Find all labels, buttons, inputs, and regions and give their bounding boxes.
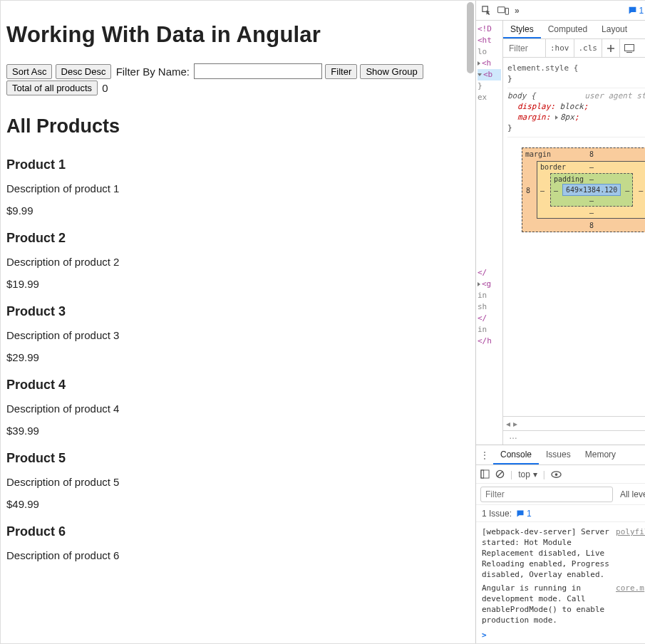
product-price: $19.99 (6, 278, 470, 290)
new-rule-icon[interactable] (602, 39, 620, 57)
app-page: Working With Data in Angular Sort Asc De… (1, 1, 475, 643)
tab-memory[interactable]: Memory (578, 445, 623, 464)
elements-tree-line[interactable]: <b (478, 69, 501, 80)
filter-input[interactable] (194, 63, 322, 79)
elements-tree[interactable]: ⋯ <!D<htlo<h<b}ex </<ginsh</in</h (476, 21, 503, 445)
product-price: $9.99 (6, 204, 470, 217)
breadcrumb-left-icon[interactable]: ◂ (506, 419, 510, 429)
bm-padding-right: – (625, 186, 629, 194)
page-title: Working With Data in Angular (6, 22, 470, 48)
device-toggle-icon[interactable] (497, 5, 509, 16)
elements-tree-line[interactable]: </ (478, 267, 501, 279)
product-name: Product 5 (6, 451, 470, 466)
styles-panel: Styles Computed Layout :hov .cls (503, 21, 645, 445)
bm-border-top: – (589, 163, 594, 171)
console-context-label: top (518, 469, 530, 479)
live-expression-icon[interactable] (551, 470, 562, 479)
breadcrumb-right-icon[interactable]: ▸ (513, 419, 517, 429)
user-agent-label: user agent style (584, 90, 645, 101)
product-name: Product 1 (6, 157, 470, 172)
log-levels-label: All levels (620, 489, 645, 499)
product-item: Product 1Description of product 1$9.99 (6, 157, 470, 217)
css-property[interactable]: display: block; (517, 101, 645, 112)
devtools-drawer: ⋮ Console Issues Memory | top ▾ | (476, 445, 645, 643)
page-scrollbar[interactable] (465, 1, 475, 643)
hov-toggle[interactable]: :hov (546, 39, 574, 57)
console-filter-row: All levels ▾ (476, 484, 645, 505)
console-source-link[interactable]: polyfills. (616, 526, 645, 580)
elements-tree-line[interactable]: <ht (478, 35, 501, 46)
product-item: Product 3Description of product 3$29.99 (6, 304, 470, 363)
console-toolbar: | top ▾ | (476, 465, 645, 484)
bm-padding-label: padding (554, 175, 584, 183)
box-model[interactable]: margin 8 8 8 8 border – – – – padding (503, 140, 645, 239)
tab-styles[interactable]: Styles (503, 21, 541, 38)
elements-tree-line[interactable]: <!D (478, 24, 501, 35)
tab-computed[interactable]: Computed (541, 21, 594, 38)
product-description: Description of product 2 (6, 256, 470, 268)
log-levels-selector[interactable]: All levels ▾ (620, 489, 645, 499)
tab-issues[interactable]: Issues (539, 445, 578, 464)
filter-button[interactable]: Filter (325, 64, 357, 79)
elements-tree-line[interactable]: in (478, 290, 501, 301)
section-title: All Products (6, 115, 470, 137)
toolbar-row-1: Sort Asc Desc Desc Filter By Name: Filte… (6, 63, 470, 79)
show-group-button[interactable]: Show Group (360, 64, 423, 79)
issues-label: 1 Issue: (482, 509, 512, 519)
styles-rules[interactable]: element.style { } body { user agent styl… (503, 58, 645, 140)
element-style-close: } (507, 73, 645, 84)
elements-tree-line[interactable]: <g (478, 279, 501, 290)
total-button[interactable]: Total of all products (6, 80, 98, 95)
product-price: $49.99 (6, 498, 470, 510)
console-entry[interactable]: [webpack-dev-server] Server started: Hot… (482, 525, 645, 581)
messages-count: 1 (639, 6, 644, 16)
breadcrumb-more[interactable]: … (503, 430, 645, 445)
styles-filter-input[interactable] (503, 39, 546, 57)
sort-desc-button[interactable]: Desc Desc (56, 64, 112, 79)
css-property[interactable]: margin: 8px; (517, 112, 645, 123)
product-item: Product 2Description of product 2$19.99 (6, 231, 470, 290)
svg-line-8 (497, 472, 502, 477)
console-entry[interactable]: Angular is running in development mode. … (482, 581, 645, 627)
elements-tree-line[interactable]: </h (478, 336, 501, 347)
svg-rect-1 (505, 8, 508, 14)
elements-tree-line[interactable]: </ (478, 313, 501, 324)
console-filter-input[interactable] (480, 487, 613, 502)
console-log[interactable]: [webpack-dev-server] Server started: Hot… (476, 522, 645, 643)
cls-toggle[interactable]: .cls (574, 39, 603, 57)
console-context-selector[interactable]: top ▾ (518, 469, 537, 479)
console-prompt[interactable]: > (482, 627, 645, 640)
chevron-down-icon: ▾ (533, 469, 537, 479)
computed-styles-icon[interactable] (620, 39, 639, 57)
inspect-icon[interactable] (480, 5, 492, 16)
svg-rect-3 (625, 44, 634, 51)
elements-tree-line[interactable]: in (478, 324, 501, 336)
styles-toolbar: :hov .cls (503, 39, 645, 58)
scrollbar-thumb[interactable] (467, 2, 474, 73)
tab-layout[interactable]: Layout (594, 21, 634, 38)
elements-tree-line[interactable]: lo (478, 46, 501, 58)
product-item: Product 6Description of product 6 (6, 524, 470, 561)
product-price: $39.99 (6, 425, 470, 437)
tab-console[interactable]: Console (493, 445, 539, 464)
elements-tree-line[interactable]: sh (478, 301, 501, 313)
console-sidebar-icon[interactable] (480, 469, 490, 479)
clear-console-icon[interactable] (495, 469, 505, 479)
more-tabs-icon[interactable]: » (515, 6, 520, 16)
devtools-panel: » 1 ⋯ <!D<htlo<h<b}ex </<ginsh</in</h St… (475, 1, 645, 643)
bm-padding-left: – (554, 186, 558, 194)
product-name: Product 4 (6, 378, 470, 393)
elements-tree-line[interactable]: ex (478, 92, 501, 103)
messages-badge[interactable]: 1 (628, 6, 644, 16)
issues-bar[interactable]: 1 Issue: 1 (476, 505, 645, 522)
breadcrumb-nav: ◂ ▸ (503, 416, 645, 430)
sort-asc-button[interactable]: Sort Asc (6, 64, 52, 79)
bm-border-bottom: – (589, 209, 594, 217)
elements-tree-line[interactable]: <h (478, 58, 501, 69)
elements-tree-line[interactable]: } (478, 80, 501, 92)
drawer-menu-icon[interactable]: ⋮ (476, 445, 493, 464)
console-source-link[interactable]: core.mjs:2 (616, 583, 645, 625)
bm-padding-top: – (589, 175, 594, 183)
svg-rect-6 (481, 470, 484, 478)
product-description: Description of product 6 (6, 549, 470, 561)
